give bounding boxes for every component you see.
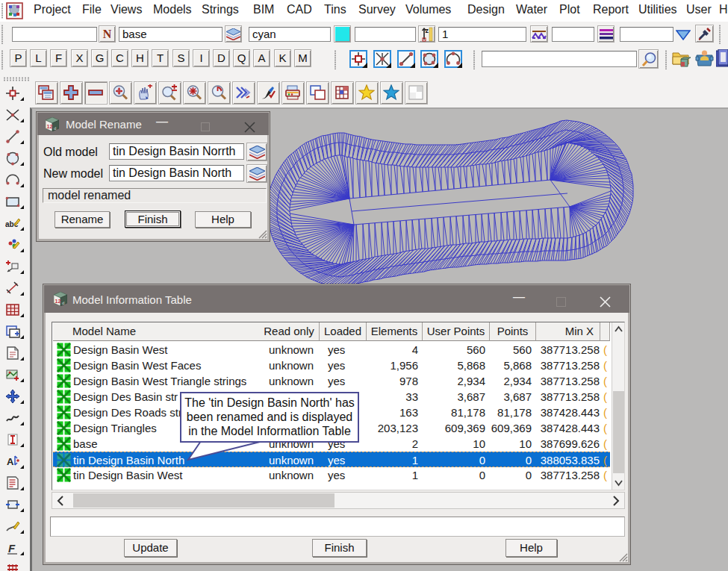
svg-text:F: F [8, 542, 16, 555]
svg-text:12: 12 [55, 299, 61, 304]
svg-text:A: A [7, 456, 14, 467]
svg-text:z: z [425, 27, 429, 34]
svg-text:d: d [62, 301, 64, 305]
svg-text:12: 12 [47, 124, 53, 129]
svg-text:d: d [54, 126, 56, 131]
